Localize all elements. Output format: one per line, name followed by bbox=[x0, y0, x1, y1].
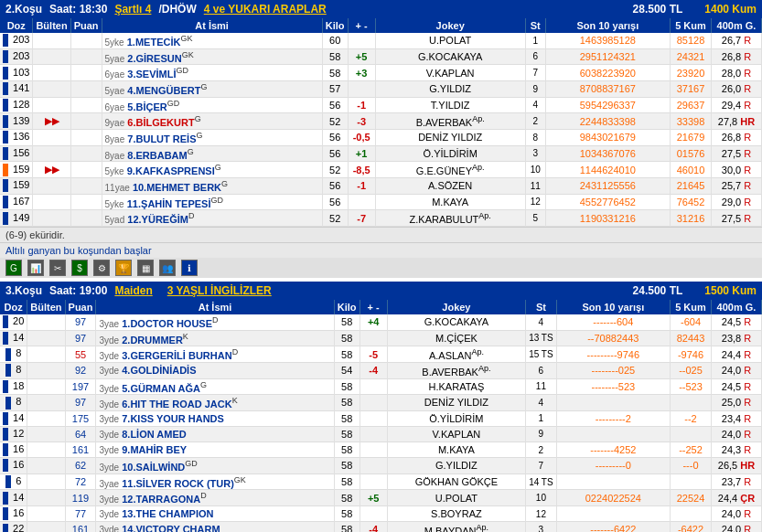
horse-st: 9 bbox=[525, 80, 545, 97]
horse-400m: 23,7 R bbox=[712, 473, 762, 490]
horse-icon bbox=[3, 443, 8, 456]
horse-icon bbox=[3, 459, 8, 472]
horse-kilo: 60 bbox=[322, 33, 348, 48]
horse-row: 136 8yae 7.BULUT REİSG 56 -0,5 DENİZ YIL… bbox=[0, 129, 762, 145]
horse-age: 5yke bbox=[105, 37, 124, 48]
footer-icon[interactable]: ℹ bbox=[181, 260, 198, 276]
horse-puan: 197 bbox=[65, 378, 96, 395]
horse-row: 16 62 3yde 10.SAİLWİNDGD 58 G.YILDIZ 7 -… bbox=[0, 458, 762, 474]
footer-icons-bar: G📊✂$⚙🏆▦👥ℹ bbox=[0, 258, 762, 278]
horse-st: 2 bbox=[525, 113, 545, 130]
race-group-link[interactable]: 3 YAŞLI İNGİLİZLER bbox=[167, 284, 272, 297]
horse-age: 3yae bbox=[99, 319, 119, 329]
kilo-header: Kilo bbox=[334, 300, 360, 314]
horse-st: 2 bbox=[526, 442, 557, 458]
horse-plus: -1 bbox=[348, 97, 375, 113]
horse-row: 18 197 3yde 5.GÜRMAN AĞAG 58 H.KARATAŞ 1… bbox=[0, 378, 762, 395]
horse-5kum: 31216 bbox=[671, 210, 712, 227]
horse-plus bbox=[360, 426, 387, 442]
footer-icon[interactable]: G bbox=[5, 260, 22, 276]
horse-name: 5yae 2.GİRESUNGK bbox=[102, 48, 322, 65]
race-condition-link[interactable]: Şartlı 4 bbox=[114, 3, 151, 16]
horse-doze: 16 bbox=[0, 442, 27, 458]
horse-son10: -------4252 bbox=[556, 442, 670, 458]
horse-son10: 5954296337 bbox=[545, 97, 670, 113]
horse-row: 103 6yae 3.SEVİMLİGD 58 +3 V.KAPLAN 7 60… bbox=[0, 65, 762, 81]
horse-jockey: M.KAYA bbox=[387, 442, 525, 458]
horse-name: 3yae 11.SİLVER ROCK (TUR)GK bbox=[96, 473, 334, 490]
puan-header: Puan bbox=[70, 18, 102, 33]
horse-bulten bbox=[33, 145, 70, 162]
horse-400m: 23,8 R bbox=[712, 330, 762, 346]
horse-icon bbox=[3, 428, 8, 441]
horse-400m: 26,0 R bbox=[712, 80, 762, 97]
plus-header: + - bbox=[348, 18, 375, 33]
horse-bulten bbox=[27, 442, 65, 458]
horse-doze: 159 bbox=[0, 177, 33, 194]
horse-row: 128 6yae 5.BİÇERGD 56 -1 T.YILDIZ 4 5954… bbox=[0, 97, 762, 113]
at-ismi-header: At İsmi bbox=[102, 18, 322, 33]
horse-name: 8yae 7.BULUT REİSG bbox=[102, 129, 322, 145]
horse-jockey: U.POLAT bbox=[387, 490, 525, 506]
horse-5kum: 85128 bbox=[671, 33, 712, 48]
horse-son10: -------604 bbox=[556, 314, 670, 330]
horse-kilo: 56 bbox=[322, 129, 348, 145]
horse-kilo: 54 bbox=[334, 362, 360, 378]
race-condition-link[interactable]: Maiden bbox=[114, 284, 152, 297]
horse-row: 203 5yke 1.METECİKGK 60 U.POLAT 1 146398… bbox=[0, 33, 762, 48]
horse-st: 10 bbox=[525, 162, 545, 178]
horse-puan bbox=[70, 194, 102, 210]
horse-row: 159 11yae 10.MEHMET BERKG 56 -1 A.SÖZEN … bbox=[0, 177, 762, 194]
horse-jockey: Z.KARABULUTAp. bbox=[375, 210, 525, 227]
horse-400m: 23,4 R bbox=[712, 410, 762, 426]
horse-5kum: 82443 bbox=[671, 330, 712, 346]
horse-jockey: DENİZ YILDIZ bbox=[387, 395, 525, 411]
doze-value: 156 bbox=[13, 147, 29, 158]
footer-icon[interactable]: ⚙ bbox=[93, 260, 110, 276]
horse-kilo: 58 bbox=[334, 458, 360, 474]
horse-age: 3yde bbox=[99, 351, 119, 361]
horse-puan bbox=[70, 113, 102, 130]
horse-age: 3yde bbox=[99, 366, 119, 376]
footer-icon[interactable]: 🏆 bbox=[115, 260, 132, 276]
horse-row: 8 97 3yde 6.HIT THE ROAD JACKK 58 DENİZ … bbox=[0, 395, 762, 411]
horse-name: 3yde 14.VICTORY CHARM bbox=[96, 522, 334, 532]
horse-icon bbox=[3, 131, 8, 144]
horse-st: 7 bbox=[526, 458, 557, 474]
footer-icon[interactable]: ▦ bbox=[137, 260, 154, 276]
horse-puan: 62 bbox=[65, 458, 96, 474]
horse-icon bbox=[3, 380, 8, 393]
horse-jockey: M.ÇİÇEK bbox=[387, 330, 525, 346]
horse-row: 22 161 3yde 14.VICTORY CHARM 58 -4 M.BAY… bbox=[0, 522, 762, 532]
horse-bulten bbox=[33, 33, 70, 48]
son10-header: Son 10 yarışı bbox=[545, 18, 670, 33]
horse-icon bbox=[5, 348, 11, 361]
horse-name: 3yde 5.GÜRMAN AĞAG bbox=[96, 378, 334, 395]
horse-son10: --------025 bbox=[556, 362, 670, 378]
horse-5kum: 21679 bbox=[671, 129, 712, 145]
horse-plus bbox=[348, 33, 375, 48]
horse-bulten bbox=[33, 210, 70, 227]
footer-icon[interactable]: 👥 bbox=[159, 260, 176, 276]
horse-st: 3 bbox=[525, 145, 545, 162]
horse-kilo: 58 bbox=[334, 410, 360, 426]
horse-st: 14 TS bbox=[526, 473, 557, 490]
horse-kilo: 57 bbox=[322, 80, 348, 97]
horse-puan: 77 bbox=[65, 506, 96, 522]
horse-son10: --70882443 bbox=[556, 330, 670, 346]
footer-icon[interactable]: $ bbox=[71, 260, 88, 276]
s5kum-header: 5 Kum bbox=[671, 18, 712, 33]
horse-st: 1 bbox=[526, 410, 557, 426]
horse-kilo: 52 bbox=[322, 210, 348, 227]
horse-doze: 16 bbox=[0, 506, 27, 522]
horse-puan bbox=[70, 65, 102, 81]
footer-icon[interactable]: ✂ bbox=[49, 260, 66, 276]
footer-icon[interactable]: 📊 bbox=[27, 260, 44, 276]
horse-son10: 6038223920 bbox=[545, 65, 670, 81]
horse-st: 4 bbox=[526, 314, 557, 330]
horse-row: 16 77 3yde 13.THE CHAMPION 58 S.BOYRAZ 1… bbox=[0, 506, 762, 522]
race-group-link[interactable]: 4 ve YUKARI ARAPLAR bbox=[204, 3, 327, 16]
horse-plus bbox=[360, 395, 387, 411]
horse-name: 3yde 4.GOLDİNİADİS bbox=[96, 362, 334, 378]
horse-puan bbox=[70, 177, 102, 194]
